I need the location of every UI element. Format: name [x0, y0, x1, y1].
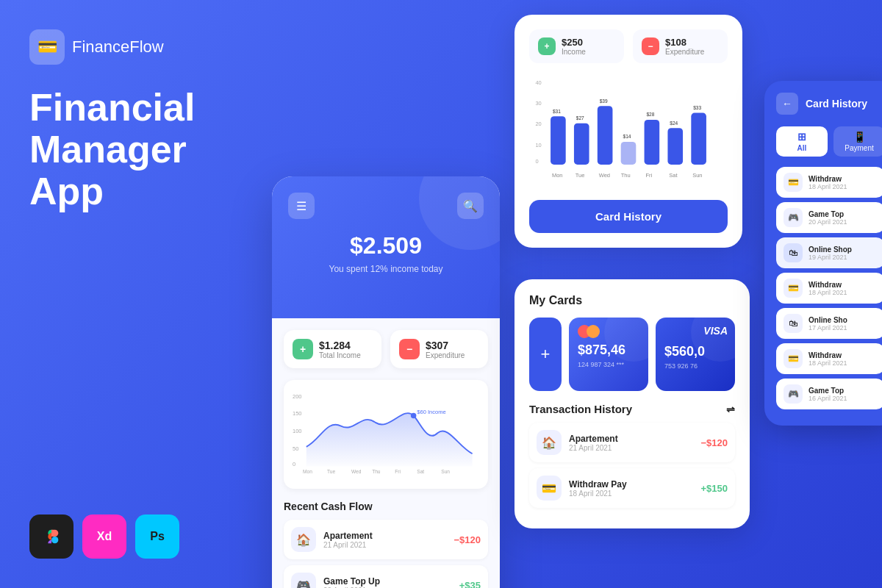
svg-text:$14: $14: [623, 134, 631, 139]
svg-text:Sun: Sun: [692, 172, 702, 179]
svg-text:$39: $39: [600, 98, 608, 104]
svg-text:150: 150: [293, 410, 302, 417]
history-apartment-date: 21 April 2021: [569, 444, 693, 452]
panel-back-button[interactable]: ←: [776, 93, 798, 115]
panel-game-icon-2: 🎮: [784, 384, 803, 404]
income-plus-icon: +: [293, 339, 313, 359]
svg-text:Sat: Sat: [417, 469, 424, 474]
expenditure-label: Expenditure: [426, 351, 465, 359]
svg-text:Sun: Sun: [441, 469, 450, 474]
game-icon: 🎮: [291, 573, 316, 588]
svg-rect-28: [645, 120, 660, 165]
panel-item-game-1[interactable]: 🎮 Game Top 20 April 2021: [776, 202, 882, 233]
panel-item-withdraw-1[interactable]: 💳 Withdraw 18 April 2021: [776, 167, 882, 198]
svg-text:200: 200: [293, 393, 302, 400]
figma-icon: [29, 514, 74, 559]
hero-title: Financial Manager App: [29, 87, 265, 213]
chart-income-label: Income: [562, 48, 586, 56]
bar-chart-svg: 40 30 20 10 0 $31 $27 $39 $14 $28 $24: [529, 75, 728, 185]
transaction-history-title: Transaction History ⇌: [529, 403, 735, 415]
transaction-item-gameup: 🎮 Game Top Up 20 April 2021 +$35: [284, 565, 488, 588]
recent-cash-flow-label: Recent Cash Flow: [284, 501, 488, 512]
income-row: + $1.284 Total Income − $307 Expenditure: [284, 330, 488, 368]
logo-area: 💳 FinanceFlow: [29, 29, 265, 65]
line-chart-svg: 200 150 100 50 0 $60 Income: [293, 389, 479, 477]
svg-text:30: 30: [535, 100, 541, 107]
my-cards-title: My Cards: [529, 294, 735, 307]
tab-all-label: All: [781, 144, 823, 152]
transaction-info-2: Game Top Up 20 April 2021: [323, 576, 452, 589]
payment-tab-icon: 📱: [838, 131, 881, 143]
panel-item-onlineshop-2[interactable]: 🛍 Online Sho 17 April 2021: [776, 308, 882, 339]
svg-text:Tue: Tue: [576, 172, 585, 179]
svg-rect-30: [667, 128, 683, 165]
mastercard-card[interactable]: $875,46 124 987 324 ***: [569, 318, 648, 391]
history-apartment-name: Apartement: [569, 434, 693, 444]
history-apartment-amount: −$120: [700, 437, 728, 448]
history-withdraw-icon: 💳: [537, 476, 562, 501]
expenditure-value: $307: [426, 340, 465, 351]
svg-text:20: 20: [535, 121, 541, 127]
visa-number: 753 926 76: [664, 362, 726, 370]
chart-income-box: + $250 Income: [529, 29, 624, 63]
history-apartment-icon: 🏠: [537, 430, 562, 455]
svg-text:40: 40: [535, 79, 541, 86]
svg-text:50: 50: [293, 445, 298, 452]
svg-text:Wed: Wed: [351, 469, 362, 474]
chart-expenditure-value: $108: [665, 37, 704, 48]
tab-payment[interactable]: 📱 Payment: [833, 126, 882, 157]
svg-text:$28: $28: [646, 112, 654, 117]
svg-text:Fri: Fri: [645, 172, 652, 179]
svg-text:$24: $24: [670, 121, 678, 126]
chart-income-value: $250: [562, 37, 586, 48]
total-income-box: + $1.284 Total Income: [284, 330, 381, 368]
svg-rect-26: [621, 142, 637, 165]
bar-chart-area: 40 30 20 10 0 $31 $27 $39 $14 $28 $24: [529, 75, 728, 188]
chart-income-icon: +: [538, 37, 556, 55]
income-value: $1.284: [319, 340, 361, 351]
panel-item-onlineshop-1[interactable]: 🛍 Online Shop 19 April 2021: [776, 237, 882, 268]
filter-icon[interactable]: ⇌: [726, 404, 735, 415]
chart-card-income-row: + $250 Income − $108 Expenditure: [529, 29, 728, 63]
svg-text:Wed: Wed: [599, 172, 610, 179]
app-logo-icon: 💳: [29, 29, 65, 65]
svg-text:10: 10: [535, 142, 541, 148]
svg-text:Thu: Thu: [372, 469, 381, 474]
svg-text:$31: $31: [553, 109, 561, 114]
transaction-amount: −$120: [453, 534, 481, 545]
panel-shop-icon-1: 🛍: [784, 243, 803, 262]
panel-item-withdraw-2[interactable]: 💳 Withdraw 18 April 2021: [776, 273, 882, 304]
panel-item-withdraw-3[interactable]: 💳 Withdraw 18 April 2021: [776, 343, 882, 374]
transaction-item-apartement: 🏠 Apartement 21 April 2021 −$120: [284, 520, 488, 559]
add-card-button[interactable]: +: [529, 318, 562, 391]
bar-chart-card: + $250 Income − $108 Expenditure 40 30 2…: [514, 15, 742, 248]
chart-expenditure-icon: −: [642, 37, 659, 55]
panel-withdraw-icon-3: 💳: [784, 349, 803, 368]
transaction-name: Apartement: [323, 531, 446, 541]
svg-text:Mon: Mon: [303, 469, 312, 474]
tab-all[interactable]: ⊞ All: [776, 126, 828, 157]
phone-header: ☰ 🔍 $2.509 You spent 12% income today: [272, 176, 500, 318]
transaction-date: 21 April 2021: [323, 541, 446, 549]
balance-subtitle: You spent 12% income today: [288, 264, 484, 274]
visa-logo: VISA: [703, 325, 728, 337]
transaction-info: Apartement 21 April 2021: [323, 531, 446, 549]
panel-item-game-2[interactable]: 🎮 Game Top 16 April 2021: [776, 379, 882, 409]
cards-row: + $875,46 124 987 324 *** VISA $560,0 75…: [529, 318, 735, 391]
card-history-button[interactable]: Card History: [529, 200, 728, 233]
chart-expenditure-box: − $108 Expenditure: [633, 29, 728, 63]
visa-card[interactable]: VISA $560,0 753 926 76: [656, 318, 735, 391]
svg-text:Mon: Mon: [552, 172, 563, 179]
tab-payment-label: Payment: [838, 144, 881, 152]
panel-title: Card History: [806, 98, 867, 110]
panel-withdraw-icon-2: 💳: [784, 279, 803, 298]
svg-text:Thu: Thu: [621, 172, 631, 179]
mastercard-number: 124 987 324 ***: [578, 361, 639, 368]
all-tab-icon: ⊞: [781, 131, 823, 143]
svg-rect-22: [574, 123, 589, 165]
svg-rect-20: [551, 116, 566, 165]
svg-text:$27: $27: [576, 115, 584, 121]
svg-rect-24: [598, 106, 613, 165]
history-item-apartement: 🏠 Apartement 21 April 2021 −$120: [529, 423, 735, 462]
menu-icon[interactable]: ☰: [288, 193, 315, 219]
